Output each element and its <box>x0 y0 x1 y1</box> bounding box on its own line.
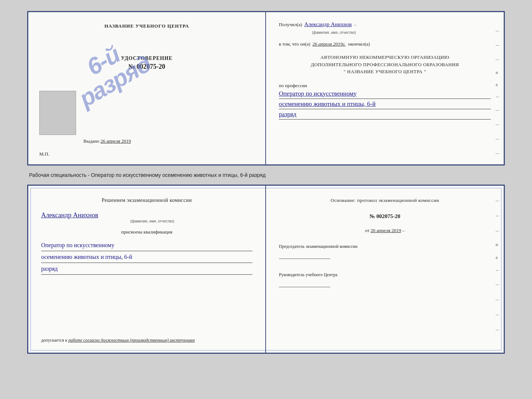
profession-block: по профессии Оператор по искусственному … <box>279 83 491 120</box>
profession-line2: осеменению животных и птицы, 6-й <box>279 100 491 109</box>
bottom-name-sub: (фамилия, имя, отчество) <box>52 219 252 223</box>
dopuskaetsya-label: допускается к <box>41 338 67 343</box>
vtom-date: 26 апреля 2019г. <box>313 41 346 47</box>
udostoverenie-block: УДОСТОВЕРЕНИЕ № 002075-20 <box>121 55 172 71</box>
ot-line: от 26 апреля 2019 – <box>279 227 491 234</box>
resheniem-label: Решением экзаменационной комиссии <box>41 197 252 204</box>
mp-label: М.П. <box>39 151 49 157</box>
prisvoena-label: присвоена квалификация <box>41 229 252 235</box>
kval-line3: разряд <box>41 264 252 275</box>
cert-right-page: Получил(a) Александр Анихнов – (фамилия,… <box>266 12 504 164</box>
poluchil-name: Александр Анихнов <box>304 21 352 28</box>
okonchil-label: окончил(а) <box>348 41 370 47</box>
org-block: АВТОНОМНУЮ НЕКОММЕРЧЕСКУЮ ОРГАНИЗАЦИЮ ДО… <box>279 54 491 75</box>
photo-placeholder <box>39 91 76 135</box>
rukovoditel-label: Руководитель учебного Центра <box>279 271 491 278</box>
rukovoditel-block: Руководитель учебного Центра <box>279 271 491 287</box>
cert-left-page: НАЗВАНИЕ УЧЕБНОГО ЦЕНТРА 6-й разряд УДОС… <box>28 12 266 164</box>
vtom-line: в том, что он(а) 26 апреля 2019г. окончи… <box>279 41 491 47</box>
poprofessii-label: по профессии <box>279 83 491 89</box>
document-container: НАЗВАНИЕ УЧЕБНОГО ЦЕНТРА 6-й разряд УДОС… <box>27 11 505 354</box>
ot-date: 26 апреля 2019 <box>371 228 401 233</box>
bottom-name-block: Александр Анихнов (фамилия, имя, отчеств… <box>41 210 252 223</box>
poluchil-line: Получил(a) Александр Анихнов – <box>279 21 491 28</box>
right-dashes: – – – и а ← – – – – <box>496 27 500 157</box>
osnovanie-label: Основание: протокол экзаменационной коми… <box>331 197 439 203</box>
bottom-name: Александр Анихнов <box>41 211 252 219</box>
number-block: № 002075-20 <box>279 212 491 221</box>
description-text: Рабочая специальность - Оператор по иску… <box>27 172 505 178</box>
kvalifikaciya-block: Оператор по искусственному осеменению жи… <box>41 241 252 276</box>
rukovoditel-sig-line <box>279 280 330 287</box>
profession-line1: Оператор по искусственному <box>279 90 491 99</box>
number-label: № 002075-20 <box>279 212 491 221</box>
dopuskaetsya-block: допускается к работе согласно должностны… <box>41 337 252 343</box>
predsedatel-sig-line <box>279 252 330 259</box>
predsedatel-block: Председатель экзаменационной комиссии <box>279 243 491 259</box>
cert-bottom-right-page: Основание: протокол экзаменационной коми… <box>266 186 504 353</box>
vydano-block: Выдано 26 апреля 2019 <box>83 138 131 144</box>
right-dashes-bottom: – – – и а ← – – – – <box>496 197 500 334</box>
org-line3: " НАЗВАНИЕ УЧЕБНОГО ЦЕНТРА " <box>279 68 491 75</box>
dopuskaetsya-text: работе согласно должностным (производств… <box>68 338 195 343</box>
vtom-label: в том, что он(а) <box>279 41 310 47</box>
stamp-line1: 6-й <box>82 41 124 81</box>
udostoverenie-label: УДОСТОВЕРЕНИЕ <box>121 56 172 61</box>
osnovanie-line: Основание: протокол экзаменационной коми… <box>279 197 491 204</box>
poluchil-sub: (фамилия, имя, отчество) <box>312 31 491 35</box>
udostoverenie-number: № 002075-20 <box>121 63 172 71</box>
profession-line3: разряд <box>279 111 491 120</box>
poluchil-label: Получил(a) <box>279 22 302 28</box>
stamp-text: 6-й разряд <box>64 31 154 111</box>
kval-line2: осеменению животных и птицы, 6-й <box>41 253 252 263</box>
ot-label: от <box>365 228 370 233</box>
cert-title: НАЗВАНИЕ УЧЕБНОГО ЦЕНТРА <box>104 23 189 29</box>
org-line2: ДОПОЛНИТЕЛЬНОГО ПРОФЕССИОНАЛЬНОГО ОБРАЗО… <box>279 61 491 68</box>
vydano-label: Выдано <box>83 138 99 144</box>
cert-bottom-left-page: Решением экзаменационной комиссии Алекса… <box>28 186 266 353</box>
bottom-certificate-booklet: Решением экзаменационной комиссии Алекса… <box>27 185 505 354</box>
top-certificate-booklet: НАЗВАНИЕ УЧЕБНОГО ЦЕНТРА 6-й разряд УДОС… <box>27 11 505 165</box>
predsedatel-label: Председатель экзаменационной комиссии <box>279 243 491 250</box>
vydano-date: 26 апреля 2019 <box>101 138 131 144</box>
kval-line1: Оператор по искусственному <box>41 241 252 251</box>
org-line1: АВТОНОМНУЮ НЕКОММЕРЧЕСКУЮ ОРГАНИЗАЦИЮ <box>279 54 491 61</box>
